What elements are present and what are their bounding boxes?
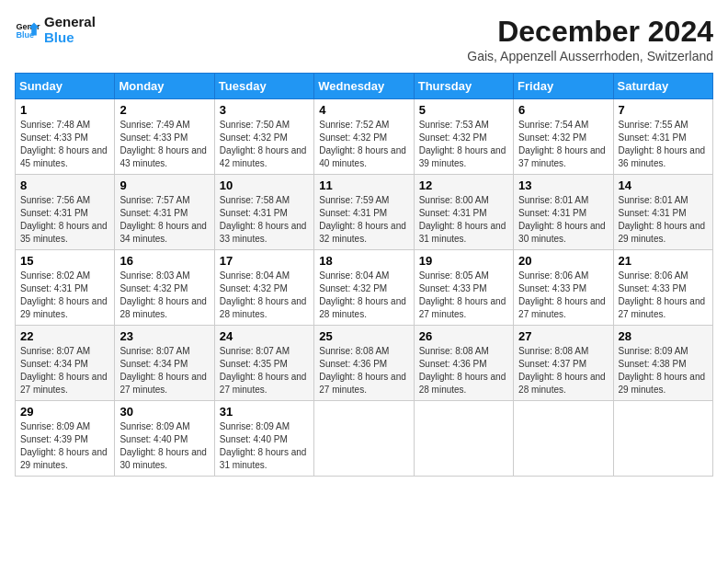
calendar-cell: 11Sunrise: 7:59 AM Sunset: 4:31 PM Dayli… — [314, 175, 414, 250]
calendar-cell: 20Sunrise: 8:06 AM Sunset: 4:33 PM Dayli… — [514, 250, 613, 326]
day-number: 2 — [119, 103, 209, 117]
day-info: Sunrise: 8:04 AM Sunset: 4:32 PM Dayligh… — [319, 270, 408, 321]
day-number: 15 — [20, 254, 109, 268]
weekday-header-cell: Friday — [514, 74, 613, 99]
day-info: Sunrise: 8:06 AM Sunset: 4:33 PM Dayligh… — [619, 270, 708, 321]
day-info: Sunrise: 7:48 AM Sunset: 4:33 PM Dayligh… — [20, 119, 109, 170]
calendar-table: SundayMondayTuesdayWednesdayThursdayFrid… — [15, 73, 713, 477]
day-number: 6 — [518, 103, 608, 117]
calendar-cell: 28Sunrise: 8:09 AM Sunset: 4:38 PM Dayli… — [613, 326, 712, 401]
day-info: Sunrise: 8:07 AM Sunset: 4:35 PM Dayligh… — [220, 345, 309, 396]
calendar-cell — [414, 401, 513, 477]
day-number: 17 — [220, 254, 309, 268]
calendar-cell: 15Sunrise: 8:02 AM Sunset: 4:31 PM Dayli… — [16, 250, 115, 326]
calendar-cell: 2Sunrise: 7:49 AM Sunset: 4:33 PM Daylig… — [115, 99, 214, 175]
day-info: Sunrise: 7:59 AM Sunset: 4:31 PM Dayligh… — [319, 194, 408, 246]
day-number: 14 — [619, 178, 708, 192]
day-number: 31 — [220, 405, 309, 419]
day-info: Sunrise: 8:06 AM Sunset: 4:33 PM Dayligh… — [518, 270, 608, 321]
day-number: 12 — [419, 178, 508, 192]
day-number: 29 — [20, 405, 109, 419]
subtitle: Gais, Appenzell Ausserrhoden, Switzerlan… — [467, 49, 713, 63]
calendar-cell: 31Sunrise: 8:09 AM Sunset: 4:40 PM Dayli… — [214, 401, 313, 477]
day-number: 5 — [419, 103, 508, 117]
day-number: 9 — [119, 178, 209, 192]
calendar-week-row: 8Sunrise: 7:56 AM Sunset: 4:31 PM Daylig… — [16, 175, 713, 250]
calendar-body: 1Sunrise: 7:48 AM Sunset: 4:33 PM Daylig… — [16, 99, 713, 477]
logo: General Blue General Blue — [15, 15, 96, 45]
calendar-cell — [314, 401, 414, 477]
weekday-header-cell: Saturday — [613, 74, 712, 99]
weekday-header-cell: Thursday — [414, 74, 513, 99]
day-info: Sunrise: 8:04 AM Sunset: 4:32 PM Dayligh… — [220, 270, 309, 321]
month-title: December 2024 — [467, 15, 713, 49]
logo-general: General — [44, 15, 96, 30]
day-number: 4 — [319, 103, 408, 117]
day-info: Sunrise: 8:07 AM Sunset: 4:34 PM Dayligh… — [20, 345, 109, 396]
day-number: 8 — [20, 178, 109, 192]
day-number: 16 — [119, 254, 209, 268]
day-info: Sunrise: 8:08 AM Sunset: 4:37 PM Dayligh… — [518, 345, 608, 396]
calendar-week-row: 1Sunrise: 7:48 AM Sunset: 4:33 PM Daylig… — [16, 99, 713, 175]
day-number: 23 — [119, 329, 209, 343]
day-number: 3 — [220, 103, 309, 117]
calendar-week-row: 22Sunrise: 8:07 AM Sunset: 4:34 PM Dayli… — [16, 326, 713, 401]
day-info: Sunrise: 8:09 AM Sunset: 4:39 PM Dayligh… — [20, 420, 109, 472]
day-info: Sunrise: 7:54 AM Sunset: 4:32 PM Dayligh… — [518, 119, 608, 170]
day-number: 26 — [419, 329, 508, 343]
day-number: 20 — [518, 254, 608, 268]
day-info: Sunrise: 7:56 AM Sunset: 4:31 PM Dayligh… — [20, 194, 109, 246]
calendar-cell: 14Sunrise: 8:01 AM Sunset: 4:31 PM Dayli… — [613, 175, 712, 250]
weekday-header-cell: Sunday — [16, 74, 115, 99]
calendar-cell: 3Sunrise: 7:50 AM Sunset: 4:32 PM Daylig… — [214, 99, 313, 175]
day-info: Sunrise: 7:52 AM Sunset: 4:32 PM Dayligh… — [319, 119, 408, 170]
calendar-cell: 4Sunrise: 7:52 AM Sunset: 4:32 PM Daylig… — [314, 99, 414, 175]
logo-blue: Blue — [44, 30, 96, 46]
day-number: 27 — [518, 329, 608, 343]
day-number: 1 — [20, 103, 109, 117]
calendar-cell: 9Sunrise: 7:57 AM Sunset: 4:31 PM Daylig… — [115, 175, 214, 250]
calendar-cell: 29Sunrise: 8:09 AM Sunset: 4:39 PM Dayli… — [16, 401, 115, 477]
calendar-cell — [613, 401, 712, 477]
calendar-cell: 13Sunrise: 8:01 AM Sunset: 4:31 PM Dayli… — [514, 175, 613, 250]
calendar-cell: 17Sunrise: 8:04 AM Sunset: 4:32 PM Dayli… — [214, 250, 313, 326]
calendar-cell: 27Sunrise: 8:08 AM Sunset: 4:37 PM Dayli… — [514, 326, 613, 401]
calendar-cell: 21Sunrise: 8:06 AM Sunset: 4:33 PM Dayli… — [613, 250, 712, 326]
day-info: Sunrise: 7:50 AM Sunset: 4:32 PM Dayligh… — [220, 119, 309, 170]
day-number: 28 — [619, 329, 708, 343]
header: General Blue General Blue December 2024 … — [15, 15, 713, 63]
day-number: 25 — [319, 329, 408, 343]
calendar-cell: 25Sunrise: 8:08 AM Sunset: 4:36 PM Dayli… — [314, 326, 414, 401]
calendar-cell: 23Sunrise: 8:07 AM Sunset: 4:34 PM Dayli… — [115, 326, 214, 401]
day-number: 24 — [220, 329, 309, 343]
weekday-header-cell: Tuesday — [214, 74, 313, 99]
weekday-header-row: SundayMondayTuesdayWednesdayThursdayFrid… — [16, 74, 713, 99]
calendar-cell: 22Sunrise: 8:07 AM Sunset: 4:34 PM Dayli… — [16, 326, 115, 401]
calendar-cell: 8Sunrise: 7:56 AM Sunset: 4:31 PM Daylig… — [16, 175, 115, 250]
day-info: Sunrise: 8:08 AM Sunset: 4:36 PM Dayligh… — [419, 345, 508, 396]
day-info: Sunrise: 8:01 AM Sunset: 4:31 PM Dayligh… — [518, 194, 608, 246]
day-number: 10 — [220, 178, 309, 192]
day-info: Sunrise: 8:05 AM Sunset: 4:33 PM Dayligh… — [419, 270, 508, 321]
calendar-cell: 1Sunrise: 7:48 AM Sunset: 4:33 PM Daylig… — [16, 99, 115, 175]
calendar-cell: 26Sunrise: 8:08 AM Sunset: 4:36 PM Dayli… — [414, 326, 513, 401]
day-number: 13 — [518, 178, 608, 192]
title-block: December 2024 Gais, Appenzell Ausserrhod… — [467, 15, 713, 63]
day-number: 11 — [319, 178, 408, 192]
weekday-header-cell: Wednesday — [314, 74, 414, 99]
calendar-cell: 16Sunrise: 8:03 AM Sunset: 4:32 PM Dayli… — [115, 250, 214, 326]
day-info: Sunrise: 8:01 AM Sunset: 4:31 PM Dayligh… — [619, 194, 708, 246]
day-info: Sunrise: 8:00 AM Sunset: 4:31 PM Dayligh… — [419, 194, 508, 246]
svg-text:Blue: Blue — [16, 30, 34, 40]
calendar-cell: 10Sunrise: 7:58 AM Sunset: 4:31 PM Dayli… — [214, 175, 313, 250]
calendar-cell — [514, 401, 613, 477]
calendar-cell: 18Sunrise: 8:04 AM Sunset: 4:32 PM Dayli… — [314, 250, 414, 326]
calendar-cell: 5Sunrise: 7:53 AM Sunset: 4:32 PM Daylig… — [414, 99, 513, 175]
day-info: Sunrise: 7:53 AM Sunset: 4:32 PM Dayligh… — [419, 119, 508, 170]
day-number: 21 — [619, 254, 708, 268]
day-info: Sunrise: 8:08 AM Sunset: 4:36 PM Dayligh… — [319, 345, 408, 396]
day-info: Sunrise: 8:07 AM Sunset: 4:34 PM Dayligh… — [119, 345, 209, 396]
logo-icon: General Blue — [15, 17, 40, 43]
day-info: Sunrise: 8:09 AM Sunset: 4:40 PM Dayligh… — [220, 420, 309, 472]
day-number: 30 — [119, 405, 209, 419]
